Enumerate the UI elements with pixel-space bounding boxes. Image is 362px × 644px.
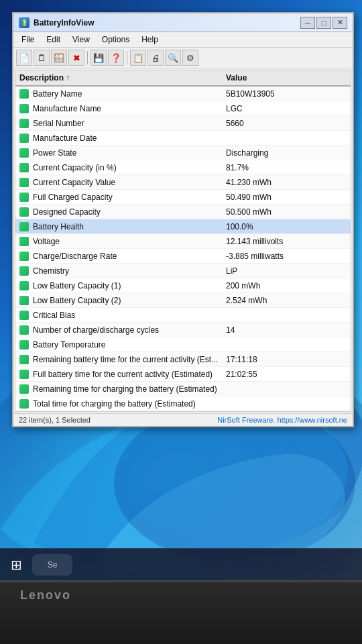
row-value: LiP xyxy=(226,266,347,276)
taskbar-start[interactable]: ⊞ xyxy=(5,554,27,576)
row-battery-icon xyxy=(19,340,29,350)
table-row[interactable]: Current Capacity (in %)81.7% xyxy=(15,160,351,175)
toolbar-open[interactable]: 🗒 xyxy=(34,50,50,66)
toolbar-copy[interactable]: 📋 xyxy=(130,50,146,66)
table-row[interactable]: Manufacture NameLGC xyxy=(15,101,351,116)
row-description: Chemistry xyxy=(33,266,226,276)
row-description: Low Battery Capacity (1) xyxy=(33,281,226,290)
maximize-button[interactable]: □ xyxy=(316,17,331,29)
row-description: Voltage xyxy=(33,237,226,246)
table-row[interactable]: Low Battery Capacity (1)200 mWh xyxy=(15,278,351,293)
row-value: 14 xyxy=(226,325,347,335)
row-description: Serial Number xyxy=(33,119,226,128)
search-label: Se xyxy=(48,560,58,570)
row-description: Power State xyxy=(33,148,226,158)
row-description: Current Capacity (in %) xyxy=(33,163,226,172)
row-description: Battery Temperature xyxy=(33,340,226,350)
row-description: Total time for charging the battery (Est… xyxy=(33,399,226,409)
row-value: 21:02:55 xyxy=(226,370,347,379)
row-value: -3.885 milliwatts xyxy=(226,252,347,261)
toolbar-print[interactable]: 🖨 xyxy=(147,50,164,66)
row-battery-icon xyxy=(19,104,29,113)
row-battery-icon xyxy=(19,163,29,172)
row-value: 17:11:18 xyxy=(226,355,347,364)
toolbar-save[interactable]: 💾 xyxy=(90,50,107,66)
toolbar-window[interactable]: 🪟 xyxy=(51,50,67,66)
table-row[interactable]: Battery Name5B10W13905 xyxy=(15,87,351,101)
row-value: 50.500 mWh xyxy=(226,207,347,217)
row-description: Manufacture Name xyxy=(33,104,226,113)
table-row[interactable]: Designed Capacity50.500 mWh xyxy=(15,205,351,219)
title-bar: 🔋 BatteryInfoView ─ □ ✕ xyxy=(13,13,353,32)
table-row[interactable]: Full Charged Capacity50.490 mWh xyxy=(15,190,351,205)
row-battery-icon xyxy=(19,222,29,231)
battery-app-icon: 🔋 xyxy=(19,17,29,28)
row-value: LGC xyxy=(226,104,347,113)
table-row[interactable]: Critical Bias xyxy=(15,308,351,323)
row-value: 50.490 mWh xyxy=(226,193,347,202)
menu-file[interactable]: File xyxy=(16,34,40,46)
battery-window: 🔋 BatteryInfoView ─ □ ✕ File Edit View O… xyxy=(12,12,354,427)
row-description: Current Capacity Value xyxy=(33,178,226,187)
table-row[interactable]: Serial Number 5660 xyxy=(15,116,351,131)
row-description: Full battery time for the current activi… xyxy=(33,370,226,379)
header-value: Value xyxy=(226,73,347,83)
row-description: Full Charged Capacity xyxy=(33,193,226,202)
row-battery-icon xyxy=(19,325,29,335)
menu-view[interactable]: View xyxy=(67,34,95,46)
row-battery-icon xyxy=(19,281,29,290)
row-battery-icon xyxy=(19,296,29,305)
toolbar-help[interactable]: ❓ xyxy=(108,50,124,66)
table-row[interactable]: Battery Temperature xyxy=(15,337,351,352)
row-description: Battery Health xyxy=(33,222,226,231)
table-row[interactable]: Full battery time for the current activi… xyxy=(15,367,351,382)
row-description: Remaining time for charging the battery … xyxy=(33,384,226,394)
row-battery-icon xyxy=(19,266,29,276)
menu-edit[interactable]: Edit xyxy=(41,34,66,46)
row-description: Number of charge/discharge cycles xyxy=(33,325,226,335)
row-battery-icon xyxy=(19,384,29,394)
menu-options[interactable]: Options xyxy=(97,34,135,46)
lenovo-logo: Lenovo xyxy=(20,588,71,602)
row-battery-icon xyxy=(19,148,29,158)
row-value: 41.230 mWh xyxy=(226,178,347,187)
table-row[interactable]: Low Battery Capacity (2)2.524 mWh xyxy=(15,293,351,308)
minimize-button[interactable]: ─ xyxy=(300,17,315,29)
table-row[interactable]: ChemistryLiP xyxy=(15,264,351,278)
row-description: Manufacture Date xyxy=(33,133,226,143)
row-battery-icon xyxy=(19,237,29,246)
menu-help[interactable]: Help xyxy=(136,34,164,46)
row-battery-icon xyxy=(19,133,29,143)
table-row[interactable]: Current Capacity Value41.230 mWh xyxy=(15,175,351,190)
row-battery-icon xyxy=(19,89,29,99)
status-link[interactable]: NirSoft Freeware. https://www.nirsoft.ne xyxy=(217,416,347,424)
toolbar-search[interactable]: 🔍 xyxy=(165,50,181,66)
laptop-chassis: Lenovo xyxy=(0,580,362,644)
row-battery-icon xyxy=(19,207,29,217)
table-header: Description ↑ Value xyxy=(15,70,351,87)
table-row[interactable]: Voltage12.143 millivolts xyxy=(15,234,351,249)
data-table[interactable]: Description ↑ Value Battery Name5B10W139… xyxy=(15,70,351,412)
toolbar-new[interactable]: 📄 xyxy=(16,50,32,66)
table-row[interactable]: Charge/Discharge Rate-3.885 milliwatts xyxy=(15,249,351,264)
toolbar-settings[interactable]: ⚙ xyxy=(182,50,198,66)
row-value: 5660 xyxy=(226,119,347,128)
row-description: Charge/Discharge Rate xyxy=(33,252,226,261)
close-button[interactable]: ✕ xyxy=(333,17,347,29)
row-value: 12.143 millivolts xyxy=(226,237,347,246)
title-controls: ─ □ ✕ xyxy=(300,17,347,29)
taskbar-search[interactable]: Se xyxy=(32,554,72,576)
table-row[interactable]: Power StateDischarging xyxy=(15,146,351,160)
table-row[interactable]: Number of charge/discharge cycles14 xyxy=(15,323,351,337)
table-row[interactable]: Manufacture Date xyxy=(15,131,351,146)
row-battery-icon xyxy=(19,193,29,202)
table-row[interactable]: Battery Health100.0% xyxy=(15,219,351,234)
table-row[interactable]: Remaining time for charging the battery … xyxy=(15,382,351,396)
menu-bar: File Edit View Options Help xyxy=(13,32,353,48)
row-battery-icon xyxy=(19,252,29,261)
row-value: Discharging xyxy=(226,148,347,158)
table-row[interactable]: Total time for charging the battery (Est… xyxy=(15,396,351,411)
toolbar-delete[interactable]: ✖ xyxy=(68,50,84,66)
row-description: Battery Name xyxy=(33,89,226,99)
table-row[interactable]: Remaining battery time for the current a… xyxy=(15,352,351,367)
